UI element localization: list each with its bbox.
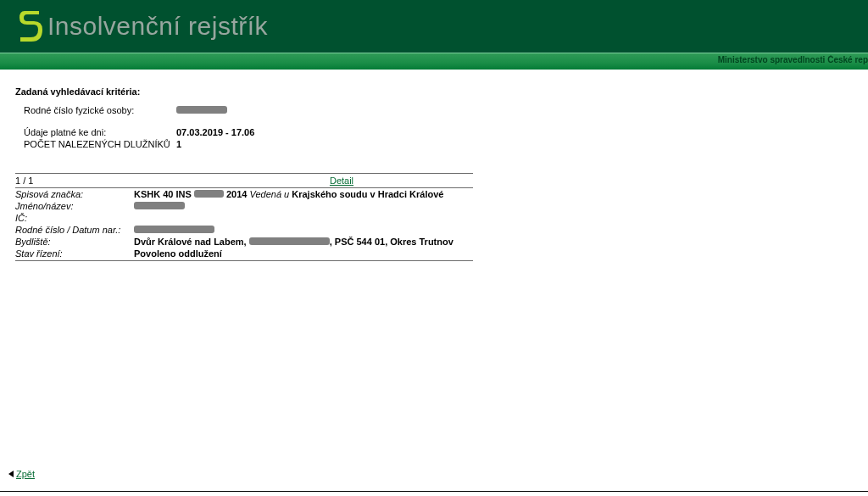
- spis-redacted: [194, 190, 224, 198]
- spis-label: Spisová značka:: [15, 189, 134, 199]
- rc-value-redacted: [134, 225, 473, 235]
- bydliste-redacted: [249, 237, 330, 245]
- criteria-heading: Zadaná vyhledávací kritéria:: [15, 86, 853, 97]
- crit-count-label: POČET NALEZENÝCH DLUŽNÍKŮ: [24, 139, 176, 149]
- back-link[interactable]: Zpět: [16, 469, 35, 479]
- crit-rc-label: Rodné číslo fyzické osoby:: [24, 105, 176, 115]
- ic-value: [134, 213, 473, 223]
- results-block: 1 / 1 Detail Spisová značka: KSHK 40 INS…: [15, 173, 473, 261]
- back-nav[interactable]: Zpět: [8, 469, 35, 479]
- result-header-row: 1 / 1 Detail: [15, 174, 473, 188]
- row-rc: Rodné číslo / Datum nar.:: [15, 224, 473, 236]
- crit-rc-value-redacted: [176, 105, 227, 115]
- bottom-rule: [0, 491, 868, 492]
- logo-icon: [15, 9, 42, 43]
- crit-date-label: Údaje platné ke dni:: [24, 127, 176, 137]
- content-area: Zadaná vyhledávací kritéria: Rodné číslo…: [0, 70, 868, 268]
- row-stav: Stav řízení: Povoleno oddlužení: [15, 248, 473, 261]
- detail-link[interactable]: Detail: [330, 176, 353, 186]
- ministry-label: Ministerstvo spravedlnosti České rep: [718, 55, 868, 64]
- row-spisova-znacka: Spisová značka: KSHK 40 INS 2014 Vedená …: [15, 188, 473, 200]
- jmeno-value-redacted: [134, 201, 473, 211]
- stav-value: Povoleno oddlužení: [134, 248, 473, 259]
- spis-value: KSHK 40 INS 2014 Vedená u Krajského soud…: [134, 189, 473, 199]
- pager: 1 / 1: [15, 176, 210, 186]
- top-banner: Insolvenční rejstřík: [0, 0, 868, 53]
- row-jmeno: Jméno/název:: [15, 200, 473, 212]
- row-bydliste: Bydliště: Dvůr Králové nad Labem, , PSČ …: [15, 236, 473, 248]
- back-arrow-icon: [8, 471, 14, 477]
- jmeno-label: Jméno/název:: [15, 201, 134, 211]
- crit-date-value: 07.03.2019 - 17.06: [176, 127, 254, 137]
- row-ic: IČ:: [15, 212, 473, 224]
- criteria-block: Rodné číslo fyzické osoby: Údaje platné …: [24, 105, 853, 149]
- bydliste-value: Dvůr Králové nad Labem, , PSČ 544 01, Ok…: [134, 237, 473, 247]
- crit-count-value: 1: [176, 139, 181, 149]
- ic-label: IČ:: [15, 213, 134, 223]
- stav-label: Stav řízení:: [15, 248, 134, 259]
- sub-banner: Ministerstvo spravedlnosti České rep: [0, 53, 868, 70]
- bydliste-label: Bydliště:: [15, 237, 134, 247]
- site-title: Insolvenční rejstřík: [47, 12, 268, 41]
- rc-label: Rodné číslo / Datum nar.:: [15, 225, 134, 235]
